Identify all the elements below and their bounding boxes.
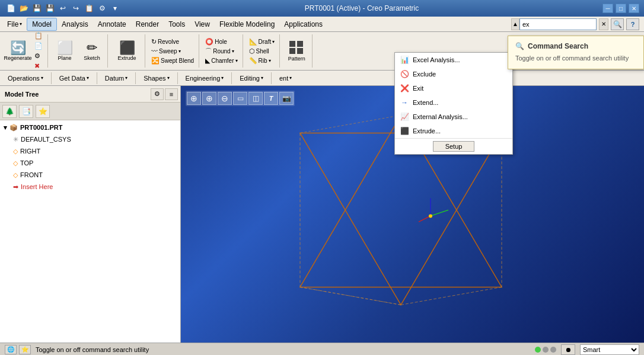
search-button[interactable]: 🔍 bbox=[611, 18, 624, 30]
menu-flexible-modeling[interactable]: Flexible Modeling bbox=[215, 18, 279, 31]
menu-model[interactable]: Model bbox=[27, 18, 57, 31]
menu-bar: File ▾ Model Analysis Annotate Render To… bbox=[0, 17, 644, 32]
copy-btn[interactable]: 📋 bbox=[32, 31, 45, 41]
tab-feature-btn[interactable]: ⭐ bbox=[36, 105, 50, 118]
engineering-group-btn[interactable]: Engineering ▾ bbox=[180, 73, 229, 84]
arrow-down-btn[interactable]: ▾ bbox=[109, 3, 121, 14]
zoom-out-btn[interactable]: ⊖ bbox=[218, 92, 232, 105]
tool-group-extrude: ⬛ Extrude bbox=[109, 34, 145, 68]
menu-tools[interactable]: Tools bbox=[164, 18, 190, 31]
panel-menu-btn[interactable]: ≡ bbox=[165, 88, 178, 100]
editing-group-btn[interactable]: Editing ▾ bbox=[234, 73, 269, 84]
open-btn[interactable]: 📂 bbox=[18, 3, 30, 14]
quick-access-toolbar: 📄 📂 💾 💾 ↩ ↪ 📋 ⚙ ▾ bbox=[5, 3, 121, 14]
extend-icon: → bbox=[400, 98, 409, 107]
view2-btn[interactable]: ◫ bbox=[248, 92, 263, 105]
dd-external-analysis[interactable]: 📈 External Analysis... bbox=[395, 110, 512, 124]
status-icon-2[interactable]: ⭐ bbox=[19, 345, 31, 354]
zoom-fit-btn[interactable]: ⊕ bbox=[187, 92, 201, 105]
tab-tree-btn[interactable]: 🌲 bbox=[2, 105, 17, 118]
maximize-btn[interactable]: □ bbox=[616, 4, 626, 13]
undo-btn[interactable]: ↩ bbox=[57, 3, 69, 14]
svg-line-7 bbox=[300, 115, 401, 133]
shapes-group-btn[interactable]: Shapes ▾ bbox=[138, 73, 174, 84]
close-btn[interactable]: ✕ bbox=[629, 4, 639, 13]
sketch-btn[interactable]: ✏ Sketch bbox=[79, 36, 105, 66]
sweep-btn[interactable]: 〰 Sweep ▾ bbox=[149, 46, 183, 56]
extrude-btn[interactable]: ⬛ Extrude bbox=[111, 36, 142, 66]
paste-btn[interactable]: 📄 bbox=[32, 41, 45, 51]
status-text: Toggle on or off command search utility bbox=[36, 346, 530, 353]
new-btn[interactable]: 📄 bbox=[5, 3, 17, 14]
swept-blend-btn[interactable]: 🔀 Swept Blend bbox=[149, 56, 196, 65]
rib-btn[interactable]: 📏 Rib ▾ bbox=[247, 56, 273, 65]
zoom-in-btn[interactable]: ⊕ bbox=[202, 92, 216, 105]
menu-annotate[interactable]: Annotate bbox=[93, 18, 131, 31]
setup-button[interactable]: Setup bbox=[433, 141, 475, 152]
clipboard-btn[interactable]: 📋 bbox=[83, 3, 95, 14]
svg-marker-1 bbox=[300, 133, 502, 305]
dd-excel-analysis[interactable]: 📊 Excel Analysis... bbox=[395, 53, 512, 67]
ent-group-btn[interactable]: ent ▾ bbox=[274, 73, 297, 84]
round-btn[interactable]: ⌒ Round ▾ bbox=[203, 46, 236, 56]
sep5 bbox=[231, 72, 232, 84]
menu-file[interactable]: File ▾ bbox=[2, 18, 27, 31]
app-title: PRT0001 (Active) - Creo Parametric bbox=[121, 4, 602, 12]
draft-btn[interactable]: 📐 Draft ▾ bbox=[247, 37, 278, 46]
close2-btn[interactable]: ✖ bbox=[32, 62, 45, 71]
status-bar: 🌐 ⭐ Toggle on or off command search util… bbox=[0, 343, 644, 355]
pattern-btn[interactable]: Pattern bbox=[283, 36, 310, 66]
settings-btn[interactable]: ⚙ bbox=[96, 3, 108, 14]
panel-toolbar: Model Tree ⚙ ≡ bbox=[0, 86, 180, 103]
left-panel: Model Tree ⚙ ≡ 🌲 📑 ⭐ ▾ 📦 PRT0001.PRT ✳ D… bbox=[0, 86, 181, 343]
tree-item-insert[interactable]: ➡ Insert Here bbox=[1, 181, 179, 193]
main-area: Model Tree ⚙ ≡ 🌲 📑 ⭐ ▾ 📦 PRT0001.PRT ✳ D… bbox=[0, 86, 644, 343]
datum-group-btn[interactable]: Datum ▾ bbox=[100, 73, 133, 84]
revolve-btn[interactable]: ↻ Revolve bbox=[149, 37, 181, 46]
record-btn[interactable]: ⏺ bbox=[561, 344, 575, 355]
tree-item-top[interactable]: ◇ TOP bbox=[1, 157, 179, 169]
menu-applications[interactable]: Applications bbox=[279, 18, 327, 31]
dd-exit[interactable]: ❌ Exit bbox=[395, 81, 512, 95]
tab-layer-btn[interactable]: 📑 bbox=[19, 105, 33, 118]
plane-btn[interactable]: ⬜ Plane bbox=[52, 36, 78, 66]
shell-btn[interactable]: ⬡ Shell bbox=[247, 46, 272, 56]
clear-search-btn[interactable]: ✕ bbox=[599, 18, 608, 30]
settings2-icon: ⚙ bbox=[34, 52, 40, 60]
tree-item-front[interactable]: ◇ FRONT bbox=[1, 169, 179, 181]
smart-select[interactable]: Smart bbox=[580, 344, 639, 355]
search-input[interactable] bbox=[519, 18, 597, 30]
view1-btn[interactable]: ▭ bbox=[233, 92, 247, 105]
redo-btn[interactable]: ↪ bbox=[70, 3, 82, 14]
menu-view[interactable]: View bbox=[190, 18, 215, 31]
minimize-btn[interactable]: ─ bbox=[602, 4, 613, 13]
menu-render[interactable]: Render bbox=[131, 18, 164, 31]
tree-item-csys[interactable]: ✳ DEFAULT_CSYS bbox=[1, 133, 179, 145]
dd-extend[interactable]: → Extend... bbox=[395, 95, 512, 110]
status-icon-1[interactable]: 🌐 bbox=[5, 345, 17, 354]
save-btn[interactable]: 💾 bbox=[31, 3, 43, 14]
hole-btn[interactable]: ⭕ Hole bbox=[203, 37, 229, 46]
save2-btn[interactable]: 💾 bbox=[44, 3, 56, 14]
settings2-btn[interactable]: ⚙ bbox=[32, 52, 45, 61]
ribbon-collapse-btn[interactable]: ▲ bbox=[511, 18, 519, 30]
tree-item-right[interactable]: ◇ RIGHT bbox=[1, 145, 179, 157]
right-icon: ◇ bbox=[13, 148, 18, 155]
rib-icon: 📏 bbox=[249, 57, 257, 65]
menu-analysis[interactable]: Analysis bbox=[57, 18, 93, 31]
help-button[interactable]: ? bbox=[626, 18, 639, 30]
title-bar: 📄 📂 💾 💾 ↩ ↪ 📋 ⚙ ▾ PRT0001 (Active) - Cre… bbox=[0, 0, 644, 17]
dd-extrude[interactable]: ⬛ Extrude... bbox=[395, 124, 512, 138]
regenerate-btn[interactable]: 🔄 Regenerate bbox=[5, 36, 31, 66]
window-controls: ─ □ ✕ bbox=[602, 4, 639, 13]
panel-settings-btn[interactable]: ⚙ bbox=[151, 88, 164, 100]
extrude2-icon: ⬛ bbox=[400, 126, 409, 136]
tool-group-pattern: Pattern bbox=[281, 34, 313, 68]
get-data-group-btn[interactable]: Get Data ▾ bbox=[54, 73, 94, 84]
operations-group-btn[interactable]: Operations ▾ bbox=[2, 73, 49, 84]
text-btn[interactable]: T bbox=[264, 92, 278, 105]
tool-group-engineering: ⭕ Hole ⌒ Round ▾ ◣ Chamfer ▾ bbox=[200, 34, 243, 68]
tree-item-root[interactable]: ▾ 📦 PRT0001.PRT bbox=[1, 121, 179, 133]
chamfer-btn[interactable]: ◣ Chamfer ▾ bbox=[203, 56, 240, 65]
dd-exclude[interactable]: 🚫 Exclude bbox=[395, 67, 512, 81]
